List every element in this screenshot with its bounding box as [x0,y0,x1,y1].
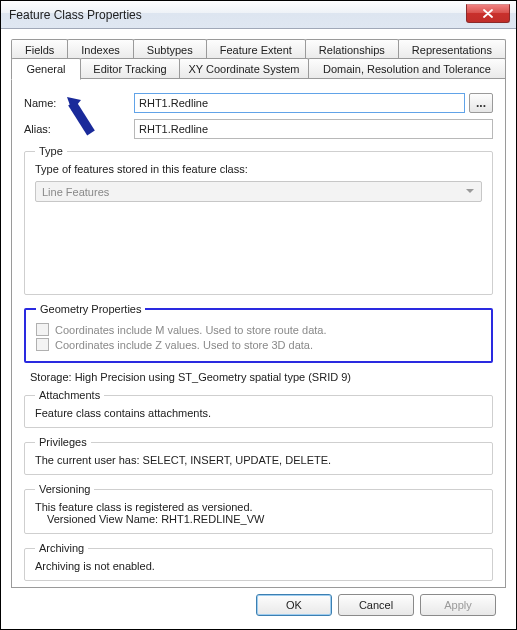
tab-domain-resolution-tolerance[interactable]: Domain, Resolution and Tolerance [308,58,506,78]
cancel-button[interactable]: Cancel [338,594,414,616]
privileges-group: Privileges The current user has: SELECT,… [24,436,493,475]
z-values-checkbox [36,338,49,351]
close-icon [483,9,493,18]
tab-representations[interactable]: Representations [398,39,506,59]
archiving-legend: Archiving [35,542,88,554]
apply-button: Apply [420,594,496,616]
name-label: Name: [24,97,134,109]
name-input[interactable] [134,93,465,113]
feature-type-select: Line Features [35,181,482,202]
button-bar: OK Cancel Apply [11,588,506,626]
tab-editor-tracking[interactable]: Editor Tracking [80,58,180,78]
attachments-text: Feature class contains attachments. [35,407,482,419]
archiving-group: Archiving Archiving is not enabled. [24,542,493,581]
tab-strip: Fields Indexes Subtypes Feature Extent R… [11,39,506,79]
geometry-properties-group: Geometry Properties Coordinates include … [24,303,493,363]
title-bar: Feature Class Properties [1,1,516,29]
storage-text: Storage: High Precision using ST_Geometr… [30,371,493,383]
z-values-label: Coordinates include Z values. Used to st… [55,339,313,351]
tab-relationships[interactable]: Relationships [305,39,399,59]
close-button[interactable] [466,4,510,23]
versioning-legend: Versioning [35,483,94,495]
dialog-content: Fields Indexes Subtypes Feature Extent R… [1,29,516,630]
alias-input[interactable] [134,119,493,139]
attachments-legend: Attachments [35,389,104,401]
versioning-line1: This feature class is registered as vers… [35,501,482,513]
privileges-text: The current user has: SELECT, INSERT, UP… [35,454,482,466]
tab-xy-coordinate-system[interactable]: XY Coordinate System [179,58,309,78]
ok-button[interactable]: OK [256,594,332,616]
archiving-text: Archiving is not enabled. [35,560,482,572]
attachments-group: Attachments Feature class contains attac… [24,389,493,428]
type-group: Type Type of features stored in this fea… [24,145,493,295]
tab-fields[interactable]: Fields [11,39,68,59]
versioning-group: Versioning This feature class is registe… [24,483,493,534]
m-values-checkbox [36,323,49,336]
window-title: Feature Class Properties [9,8,142,22]
tab-panel-general: Name: ... Alias: Type Type of features s… [11,78,506,588]
tab-general[interactable]: General [11,58,81,80]
tab-indexes[interactable]: Indexes [67,39,134,59]
m-values-label: Coordinates include M values. Used to st… [55,324,326,336]
geometry-legend: Geometry Properties [36,303,145,315]
versioning-line2: Versioned View Name: RHT1.REDLINE_VW [47,513,482,525]
chevron-down-icon [463,185,477,199]
browse-button[interactable]: ... [469,93,493,113]
tab-subtypes[interactable]: Subtypes [133,39,207,59]
type-legend: Type [35,145,67,157]
type-prompt: Type of features stored in this feature … [35,163,482,175]
tab-feature-extent[interactable]: Feature Extent [206,39,306,59]
feature-type-value: Line Features [42,186,109,198]
alias-label: Alias: [24,123,134,135]
privileges-legend: Privileges [35,436,91,448]
